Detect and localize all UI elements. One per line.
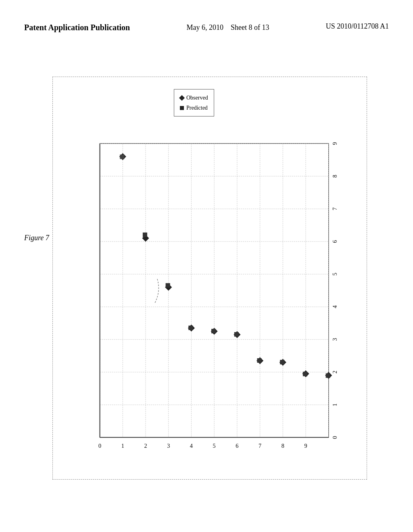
svg-text:8: 8 [332, 175, 338, 178]
svg-rect-55 [211, 329, 216, 333]
svg-rect-53 [188, 326, 193, 330]
svg-rect-65 [326, 373, 330, 378]
svg-text:3: 3 [332, 338, 338, 341]
sheet-info: Sheet 8 of 13 [231, 23, 269, 31]
chart-legend: Observed Predicted [174, 89, 214, 116]
patent-number: US 2010/0112708 A1 [326, 22, 389, 31]
svg-rect-51 [166, 283, 170, 288]
header-date-sheet: May 6, 2010 Sheet 8 of 13 [186, 22, 269, 33]
legend-observed: Observed [180, 93, 208, 103]
svg-rect-47 [120, 154, 124, 159]
svg-text:9: 9 [304, 443, 307, 449]
publication-title: Patent Application Publication [24, 22, 130, 33]
predicted-label: Predicted [186, 103, 208, 113]
svg-rect-61 [280, 360, 284, 364]
observed-label: Observed [186, 93, 208, 103]
svg-text:0: 0 [332, 436, 338, 439]
svg-text:8: 8 [282, 443, 284, 449]
svg-text:ratio 101/100: ratio 101/100 [198, 456, 231, 458]
chart-svg: 0 1 2 3 4 5 6 7 8 9 0 1 2 3 4 5 6 7 8 9 … [75, 139, 345, 458]
svg-text:1: 1 [332, 403, 338, 406]
svg-text:5: 5 [213, 443, 216, 449]
svg-text:2: 2 [332, 371, 338, 374]
svg-text:0: 0 [98, 443, 101, 449]
svg-rect-49 [143, 233, 147, 237]
svg-text:5: 5 [332, 273, 338, 276]
page-header: Patent Application Publication May 6, 20… [0, 22, 413, 33]
svg-rect-63 [303, 372, 307, 376]
predicted-icon [180, 106, 184, 110]
figure-label: Figure 7 [24, 234, 49, 242]
publication-date: May 6, 2010 [186, 23, 223, 31]
svg-rect-57 [234, 332, 239, 337]
svg-rect-59 [257, 358, 261, 363]
svg-text:7: 7 [259, 443, 261, 449]
svg-text:2: 2 [144, 443, 147, 449]
svg-text:6: 6 [236, 443, 238, 449]
svg-text:4: 4 [332, 305, 338, 308]
svg-text:6: 6 [332, 240, 338, 243]
svg-text:9: 9 [332, 142, 338, 145]
chart-container: Observed Predicted [52, 77, 367, 480]
svg-text:7: 7 [332, 208, 338, 210]
svg-text:3: 3 [167, 443, 170, 449]
svg-text:4: 4 [190, 443, 193, 449]
legend-predicted: Predicted [180, 103, 208, 113]
observed-icon [179, 95, 185, 101]
svg-text:1: 1 [121, 443, 124, 449]
